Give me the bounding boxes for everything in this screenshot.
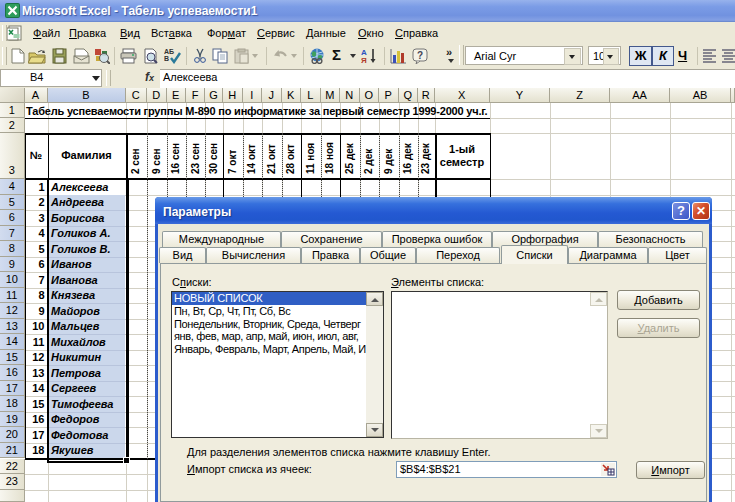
svg-text:Я: Я [361, 56, 367, 65]
svg-text:В: В [164, 55, 169, 62]
svg-text:АБ: АБ [164, 48, 174, 55]
svg-text:?: ? [417, 50, 423, 61]
